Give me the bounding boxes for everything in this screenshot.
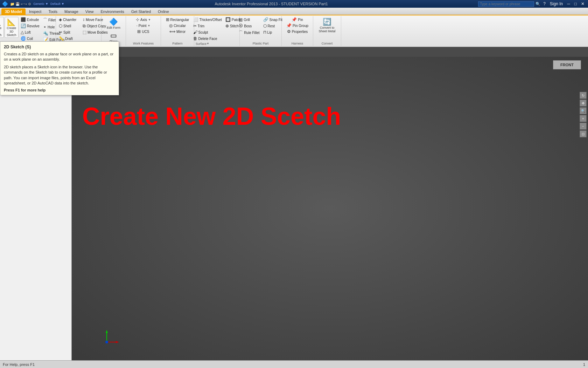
tab-environments[interactable]: Environments — [97, 8, 127, 15]
ribbon-group-pattern: ⊞ Rectangular ◎ Circular ⟺ Mirror Patter… — [161, 16, 194, 46]
point-button[interactable]: · Point ▼ — [135, 23, 152, 28]
generic-toolbar-icon: Generic ▼ — [33, 2, 48, 6]
convert-sheet-metal-button[interactable]: 🔄 Convert toSheet Metal — [317, 17, 337, 34]
boss-icon: ⦿ — [239, 23, 243, 28]
viewcube[interactable]: FRONT — [553, 60, 581, 88]
delete-face-icon: 🗑 — [193, 36, 197, 41]
chamfer-button[interactable]: ◈ Chamfer — [57, 17, 80, 22]
rule-fillet-button[interactable]: ⌒ Rule Fillet — [237, 29, 261, 36]
ribbon-group-harness: 📌 Pin 📌 Pin Group ⚙ Properties Harness — [282, 16, 313, 46]
tab-view[interactable]: View — [82, 8, 97, 15]
coil-button[interactable]: 🌀 Coil — [19, 36, 41, 41]
ucs-button[interactable]: ⊞ UCS — [136, 29, 150, 34]
tab-get-started[interactable]: Get Started — [128, 8, 154, 15]
boss-button[interactable]: ⦿ Boss — [237, 23, 261, 29]
pin-group-button[interactable]: 📌 Pin Group — [285, 23, 310, 28]
properties-button[interactable]: ⚙ Properties — [286, 29, 309, 34]
axis-indicator — [100, 328, 121, 346]
thicken-offset-icon: ⬜ — [193, 17, 198, 22]
minimize-button[interactable]: ─ — [566, 1, 572, 6]
edit-form-big-button[interactable]: 🔷 Edit Form — [105, 17, 122, 30]
loft-button[interactable]: △ Loft — [19, 29, 41, 35]
circular-button[interactable]: ◎ Circular — [168, 23, 187, 28]
stitch-icon: ⊕ — [225, 23, 229, 28]
fillet-icon: ⌒ — [43, 17, 47, 23]
ribbon-group-plastic-part: ▤ Grill ⦿ Boss ⌒ Rule Fillet 🔗 Snap Fit … — [240, 16, 282, 46]
search-icon[interactable]: 🔍 — [536, 2, 540, 6]
close-button[interactable]: ✕ — [580, 1, 586, 6]
statusbar: For Help, press F1 1 — [0, 360, 588, 368]
rest-icon: ⬡ — [263, 23, 267, 28]
titlebar: 🔷 📁 💾 ↩ ↪ ⚙ Generic ▼ Default ▼ Autodesk… — [0, 0, 588, 8]
tab-tools[interactable]: Tools — [45, 8, 61, 15]
pin-icon: 📌 — [292, 17, 297, 22]
surface-chevron-icon[interactable]: ▼ — [206, 42, 209, 45]
sketch-3d-icon: 📐 — [7, 18, 16, 26]
thicken-offset-button[interactable]: ⬜ Thicken/Offset — [192, 17, 223, 22]
tree-content: ▼ 📄 Part1 ▼ 👁 View: Master ▶ 📁 Origin 🔴 … — [0, 70, 71, 360]
ribbon-group-convert: 🔄 Convert toSheet Metal Convert — [313, 16, 341, 46]
surface-group-label: Surface — [196, 41, 206, 46]
search-input[interactable] — [478, 1, 534, 7]
create-2d-sketch-button[interactable]: ✏️ Create2D Sketch — [0, 17, 4, 38]
tab-manage[interactable]: Manage — [61, 8, 82, 15]
sculpt-button[interactable]: 🖌 Sculpt — [192, 29, 223, 35]
rectangular-icon: ⊞ — [166, 17, 169, 22]
sculpt-icon: 🖌 — [193, 30, 197, 35]
shell-button[interactable]: ⬡ Shell — [57, 23, 80, 29]
svg-marker-1 — [106, 330, 108, 333]
split-button[interactable]: ✂ Split — [57, 29, 80, 35]
patch-icon: 🔲 — [225, 17, 231, 22]
lip-button[interactable]: ⊓ Lip — [262, 29, 284, 35]
nav-zoom-btn[interactable]: 🔍 — [580, 107, 587, 114]
app-logo-icon: 🔷 — [2, 1, 8, 7]
create-3d-sketch-button[interactable]: 📐 Create3D Sketch — [5, 17, 19, 38]
plastic-part-group-label: Plastic Part — [253, 41, 269, 45]
convert-icon: 🔄 — [323, 18, 331, 26]
viewport[interactable]: FRONT ↻ ✥ 🔍 + − ⊡ Create New 2D Scetch — [72, 57, 588, 360]
harness-group-label: Harness — [292, 41, 303, 45]
work-features-group-label: Work Features — [133, 41, 154, 45]
help-icon[interactable]: ? — [542, 1, 547, 6]
properties-icon: ⚙ — [287, 29, 291, 34]
rule-fillet-icon: ⌒ — [239, 30, 243, 36]
nav-rotate-btn[interactable]: ↻ — [580, 92, 587, 99]
tab-3d-model[interactable]: 3D Model — [1, 8, 26, 15]
shell-icon: ⬡ — [59, 23, 62, 28]
tab-online[interactable]: Online — [154, 8, 173, 15]
nav-fit-btn[interactable]: ⊡ — [580, 130, 587, 137]
thread-icon: 🔩 — [43, 31, 48, 36]
extrude-button[interactable]: ⬛ Extrude — [19, 17, 41, 22]
pin-button[interactable]: 📌 Pin — [290, 17, 304, 22]
titlebar-left: 🔷 📁 💾 ↩ ↪ ⚙ Generic ▼ Default ▼ — [2, 1, 64, 7]
maximize-button[interactable]: □ — [573, 1, 578, 6]
svg-point-4 — [105, 341, 108, 343]
nav-zoom-out-btn[interactable]: − — [580, 123, 587, 130]
circular-icon: ◎ — [169, 23, 173, 28]
pin-group-icon: 📌 — [286, 23, 292, 28]
tab-inspect[interactable]: Inspect — [26, 8, 45, 15]
rest-button[interactable]: ⬡ Rest — [262, 23, 284, 29]
titlebar-right: 🔍 ? Sign In ─ □ ✕ — [478, 1, 586, 7]
snap-fit-button[interactable]: 🔗 Snap Fit — [262, 17, 284, 22]
ribbon-group-work-features: ⊹ Axis ▼ · Point ▼ ⊞ UCS Work Features — [126, 16, 161, 46]
signin-button[interactable]: Sign In — [548, 1, 564, 6]
draft-button[interactable]: 📏 Draft — [57, 36, 80, 41]
delete-face-button[interactable]: 🗑 Delete Face — [192, 36, 223, 41]
nav-pan-btn[interactable]: ✥ — [580, 100, 587, 107]
mirror-button[interactable]: ⟺ Mirror — [168, 29, 187, 34]
rectangular-button[interactable]: ⊞ Rectangular — [164, 17, 191, 22]
viewcube-front-label[interactable]: FRONT — [553, 60, 581, 69]
convert-group-label: Convert — [322, 41, 333, 45]
nav-zoom-in-btn[interactable]: + — [580, 115, 587, 122]
tooltip-desc1: Creates a 2D sketch on a planar face or … — [4, 52, 115, 62]
revolve-button[interactable]: 🔄 Revolve — [19, 23, 41, 29]
lip-icon: ⊓ — [263, 30, 266, 35]
mirror-icon: ⟺ — [169, 29, 175, 34]
chamfer-icon: ◈ — [59, 17, 62, 22]
move-face-icon: ↕ — [83, 17, 85, 22]
axis-icon: ⊹ — [136, 17, 139, 22]
axis-button[interactable]: ⊹ Axis ▼ — [134, 17, 152, 22]
grill-button[interactable]: ▤ Grill — [237, 17, 261, 22]
trim-button[interactable]: ✂ Trim — [192, 23, 223, 29]
